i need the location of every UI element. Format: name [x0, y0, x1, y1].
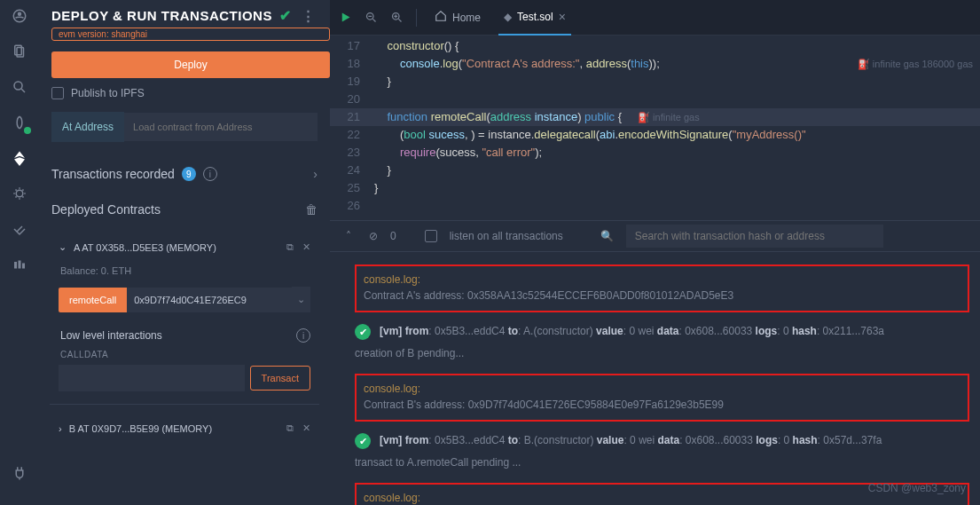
calldata-input[interactable]	[59, 365, 245, 391]
svg-point-5	[16, 190, 23, 197]
calldata-label: CALLDATA	[59, 350, 310, 365]
tx-success-icon: ✔	[355, 324, 371, 340]
chevron-up-icon[interactable]: ˄	[341, 230, 357, 242]
close-icon[interactable]: ✕	[302, 422, 310, 434]
editor-topbar: Home ◆ Test.sol ×	[330, 0, 980, 36]
deploy-icon[interactable]	[9, 147, 30, 169]
publish-row[interactable]: Publish to IPFS	[39, 87, 330, 112]
panel-menu-icon[interactable]: ⋮	[302, 8, 316, 24]
tx-line[interactable]: ✔ [vm] from: 0x5B3...eddC4 to: B.(constr…	[341, 430, 969, 453]
solidity-icon: ◆	[504, 11, 512, 23]
debugger-icon[interactable]	[9, 183, 30, 204]
tx-line[interactable]: ✔ [vm] from: 0x5B3...eddC4 to: A.(constr…	[341, 321, 969, 343]
ban-icon[interactable]: ⊘	[369, 230, 378, 242]
collapse-icon[interactable]: ⌄	[59, 241, 67, 253]
instance-name: A AT 0X358...D5EE3 (MEMORY)	[74, 242, 216, 253]
zoom-in-icon[interactable]	[390, 11, 404, 24]
compile-ok-badge	[24, 127, 31, 134]
deployed-contracts-header: Deployed Contracts	[51, 202, 161, 217]
close-icon[interactable]: ✕	[302, 241, 310, 253]
copy-icon[interactable]: ⧉	[286, 422, 294, 434]
remotecall-input[interactable]	[127, 288, 292, 312]
trash-icon[interactable]: 🗑	[305, 202, 318, 217]
tx-recorded-label: Transactions recorded	[51, 167, 175, 181]
log-label: console.log:	[364, 272, 960, 288]
deploy-button[interactable]: Deploy	[51, 51, 330, 78]
svg-point-4	[14, 82, 22, 90]
books-icon[interactable]	[9, 254, 30, 275]
console-log-box: console.log: Contract B's address: 0x9D7…	[355, 374, 969, 422]
tab-test[interactable]: ◆ Test.sol ×	[498, 0, 571, 36]
publish-label: Publish to IPFS	[71, 87, 145, 99]
remix-logo-icon[interactable]	[9, 5, 30, 27]
terminal-bar: ˄ ⊘ 0 listen on all transactions 🔍	[330, 220, 980, 252]
svg-rect-6	[14, 262, 17, 269]
listen-label: listen on all transactions	[450, 230, 563, 242]
terminal-output[interactable]: console.log: Contract A's address: 0x358…	[330, 252, 980, 505]
load-address-input[interactable]	[124, 113, 318, 141]
console-log-box: console.log: Contract A's address: 0x358…	[355, 264, 969, 312]
pending-count: 0	[390, 230, 396, 242]
tab-test-label: Test.sol	[517, 11, 553, 23]
pending-text: creation of B pending...	[341, 343, 969, 370]
main-area: Home ◆ Test.sol × 17 constructor() {18 c…	[330, 0, 980, 505]
tx-count-badge: 9	[182, 167, 196, 181]
listen-checkbox[interactable]	[425, 230, 437, 242]
evm-badge: evm version: shanghai	[51, 28, 330, 41]
svg-rect-8	[22, 264, 25, 269]
log-text: Contract B's address: 0x9D7f74d0C41E726E…	[364, 397, 960, 413]
svg-rect-7	[19, 261, 21, 269]
transact-button[interactable]: Transact	[250, 366, 310, 391]
balance-text: Balance: 0. ETH	[59, 253, 310, 287]
info-icon[interactable]: i	[203, 167, 217, 181]
icon-rail	[0, 0, 39, 505]
home-icon	[435, 10, 447, 25]
compiler-icon[interactable]	[9, 112, 30, 133]
remotecall-button[interactable]: remoteCall	[59, 288, 127, 312]
info-icon[interactable]: i	[296, 328, 310, 343]
deploy-panel: DEPLOY & RUN TRANSACTIONS ✔ ⋮ evm versio…	[39, 0, 330, 505]
code-editor[interactable]: 17 constructor() {18 console.log("Contra…	[330, 36, 980, 220]
tx-text: [vm] from: 0x5B3...eddC4 to: B.(construc…	[380, 432, 882, 448]
publish-checkbox[interactable]	[51, 87, 64, 99]
contract-instance-b: › B AT 0X9D7...B5E99 (MEMORY) ⧉ ✕	[50, 412, 319, 446]
copy-icon[interactable]: ⧉	[286, 241, 294, 253]
instance-name: B AT 0X9D7...B5E99 (MEMORY)	[69, 423, 212, 434]
tx-success-icon: ✔	[355, 433, 371, 449]
svg-point-1	[19, 12, 21, 15]
zoom-out-icon[interactable]	[365, 11, 378, 24]
terminal-search-input[interactable]	[626, 225, 883, 248]
check-all-icon[interactable]	[9, 218, 30, 240]
file-explorer-icon[interactable]	[9, 41, 30, 62]
tx-text: [vm] from: 0x5B3...eddC4 to: A.(construc…	[380, 323, 884, 339]
contract-instance-a: ⌄ A AT 0X358...D5EE3 (MEMORY) ⧉ ✕ Balanc…	[50, 231, 319, 405]
plugin-icon[interactable]	[9, 462, 30, 484]
log-label: console.log:	[364, 381, 960, 397]
search-icon[interactable]: 🔍	[600, 230, 614, 242]
tab-home-label: Home	[452, 12, 481, 24]
tx-recorded-row: Transactions recorded 9 i ›	[39, 158, 330, 190]
panel-header: DEPLOY & RUN TRANSACTIONS ✔ ⋮	[39, 0, 330, 28]
play-icon[interactable]	[339, 11, 352, 24]
expand-args-icon[interactable]: ⌄	[292, 287, 310, 312]
divider	[416, 9, 417, 27]
log-text: Contract A's address: 0x358AA13c52544ECC…	[364, 288, 960, 304]
pending-text: transact to A.remoteCall pending ...	[341, 453, 969, 479]
check-icon: ✔	[279, 7, 292, 24]
panel-title: DEPLOY & RUN TRANSACTIONS	[51, 8, 272, 23]
search-icon[interactable]	[9, 76, 30, 98]
chevron-right-icon[interactable]: ›	[313, 167, 318, 181]
low-level-label: Low level interactions	[60, 329, 162, 342]
at-address-button[interactable]: At Address	[51, 112, 124, 142]
expand-icon[interactable]: ›	[59, 423, 62, 434]
close-tab-icon[interactable]: ×	[559, 10, 566, 24]
watermark: CSDN @web3_zony	[868, 480, 966, 496]
tab-home[interactable]: Home	[429, 10, 486, 25]
